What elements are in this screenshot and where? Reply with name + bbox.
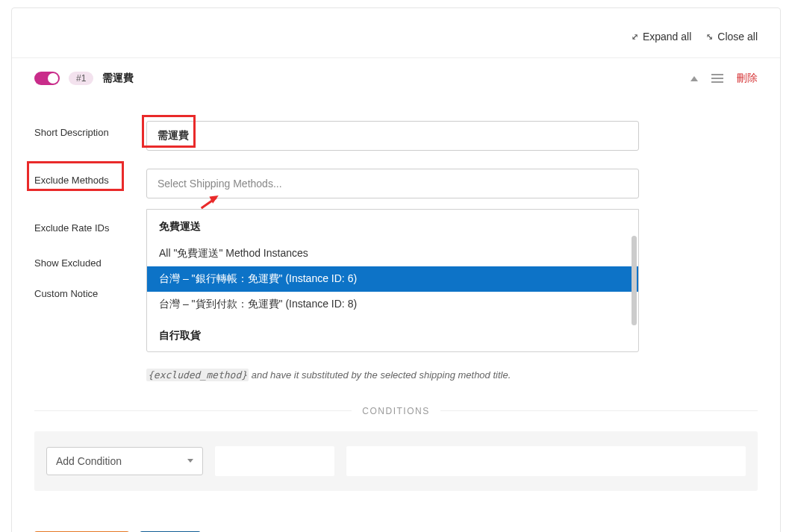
helper-text-tail: and have it substituted by the selected …	[249, 369, 511, 381]
restriction-header: #1 需運費 刪除	[12, 58, 780, 98]
dropdown-group-label: 自行取貨	[147, 317, 638, 350]
close-all-link[interactable]: ⤡ Close all	[706, 31, 758, 43]
collapse-icon: ⤡	[706, 32, 713, 42]
condition-operator-placeholder	[215, 446, 334, 476]
exclude-methods-select[interactable]: Select Shipping Methods...	[146, 169, 639, 198]
chevron-down-icon	[187, 459, 193, 463]
dropdown-item[interactable]: All "免費運送" Method Instances	[147, 241, 638, 266]
helper-code: {excluded_method}	[146, 369, 249, 381]
dropdown-item[interactable]: 台灣 – "貨到付款：免運費" (Instance ID: 8)	[147, 292, 638, 317]
add-condition-label: Add Condition	[56, 455, 122, 467]
close-all-label: Close all	[717, 31, 758, 43]
collapse-icon[interactable]	[690, 76, 698, 81]
expand-all-link[interactable]: ⤢ Expand all	[632, 31, 691, 43]
short-description-label: Short Description	[34, 121, 146, 138]
scrollbar-thumb[interactable]	[632, 236, 637, 325]
helper-text: {excluded_method} and have it substitute…	[146, 368, 758, 383]
expand-icon: ⤢	[632, 32, 638, 42]
dropdown-group-label: 免費運送	[147, 213, 638, 241]
condition-value-placeholder	[346, 446, 746, 476]
dropdown-item[interactable]: 台灣 – "銀行轉帳：免運費" (Instance ID: 6)	[147, 266, 638, 292]
delete-link[interactable]: 刪除	[737, 72, 758, 85]
exclude-methods-label: Exclude Methods	[34, 175, 109, 186]
custom-notice-label: Custom Notice	[34, 282, 146, 299]
conditions-box: Add Condition	[34, 431, 758, 491]
expand-all-label: Expand all	[643, 31, 691, 43]
conditions-heading: CONDITIONS	[352, 406, 440, 416]
short-description-input[interactable]	[146, 121, 639, 151]
restriction-badge: #1	[69, 72, 93, 85]
shipping-methods-dropdown: 免費運送 All "免費運送" Method Instances 台灣 – "銀…	[146, 209, 639, 352]
toggle-knob	[48, 73, 58, 84]
exclude-rate-ids-label: Exclude Rate IDs	[34, 216, 146, 234]
add-condition-select[interactable]: Add Condition	[46, 447, 203, 475]
drag-handle-icon[interactable]	[711, 74, 723, 83]
restriction-title: 需運費	[102, 72, 134, 85]
show-excluded-label: Show Excluded	[34, 251, 146, 269]
enable-toggle[interactable]	[34, 72, 60, 85]
svg-line-0	[202, 198, 216, 208]
select-placeholder-text: Select Shipping Methods...	[158, 178, 282, 190]
scrollbar[interactable]	[632, 236, 637, 347]
